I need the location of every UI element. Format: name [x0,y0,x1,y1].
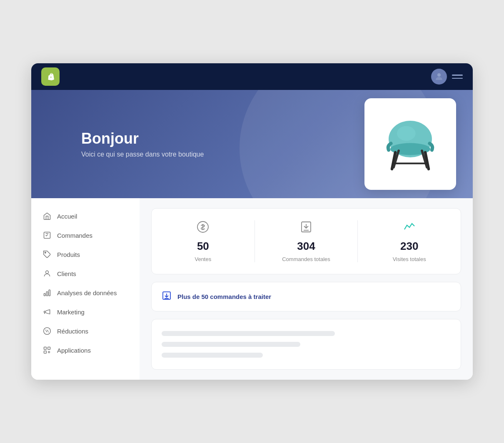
download-icon [299,220,313,236]
sidebar-item-marketing[interactable]: Marketing [31,302,140,321]
sidebar-item-analyses[interactable]: Analyses de données [31,283,140,302]
hero-text: Bonjour Voici ce qui se passe dans votre… [81,130,204,158]
nav-right [431,69,463,85]
skeleton-line-3 [162,353,263,358]
clients-icon [43,269,51,278]
skeleton-card [151,319,461,370]
sidebar-label-commandes: Commandes [57,232,92,239]
product-card [364,98,456,190]
app-wrapper: Bonjour Voici ce qui se passe dans votre… [31,63,473,380]
megaphone-icon [43,308,51,316]
stat-commandes: 304 Commandes totales [255,220,358,262]
analytics-icon [43,289,51,297]
svg-rect-22 [44,351,47,353]
dollar-icon [196,220,210,236]
sidebar-label-analyses: Analyses de données [57,289,117,296]
svg-point-17 [44,311,45,312]
stat-visites: 230 Visites totales [358,220,461,262]
svg-point-0 [437,73,441,77]
stat-value-visites: 230 [400,240,418,253]
shopify-logo [41,67,60,86]
chair-image [377,111,444,177]
stat-label-visites: Visites totales [393,256,426,262]
sidebar-label-reductions: Réductions [57,328,88,335]
alert-text: Plus de 50 commandes à traiter [177,293,271,300]
svg-rect-13 [44,294,45,296]
sidebar-item-clients[interactable]: Clients [31,264,140,283]
stat-ventes: 50 Ventes [152,220,255,262]
stat-value-commandes: 304 [297,240,315,253]
alert-download-icon [162,291,172,303]
sidebar-label-accueil: Accueil [57,213,77,220]
alert-card[interactable]: Plus de 50 commandes à traiter [151,282,461,311]
chart-icon [403,220,416,236]
skeleton-line-2 [162,342,300,347]
dashboard: 50 Ventes 304 Commandes totales [140,198,473,380]
sidebar-item-accueil[interactable]: Accueil [31,207,140,226]
skeleton-line-1 [162,331,335,336]
svg-rect-20 [44,347,47,350]
top-nav [31,63,473,90]
greeting-title: Bonjour [81,130,204,147]
sidebar-label-produits: Produits [57,251,80,258]
stats-card: 50 Ventes 304 Commandes totales [151,208,461,274]
stat-value-ventes: 50 [197,240,209,253]
greeting-subtitle: Voici ce qui se passe dans votre boutiqu… [81,151,204,158]
sidebar-label-marketing: Marketing [57,309,85,316]
sidebar: Accueil Commandes Produits [31,198,140,380]
sidebar-item-reductions[interactable]: Réductions [31,321,140,341]
svg-rect-14 [46,292,47,296]
svg-point-11 [45,252,46,254]
products-icon [43,250,51,259]
apps-icon [43,346,51,354]
stat-label-ventes: Ventes [195,256,211,262]
stat-label-commandes: Commandes totales [282,256,330,262]
orders-icon [43,231,51,239]
hero-banner: Bonjour Voici ce qui se passe dans votre… [31,90,473,198]
sidebar-item-produits[interactable]: Produits [31,245,140,264]
hamburger-menu[interactable] [452,75,463,79]
sidebar-label-applications: Applications [57,347,91,354]
avatar [431,69,447,85]
sidebar-item-applications[interactable]: Applications [31,341,140,360]
svg-point-12 [46,271,49,274]
svg-rect-15 [49,290,50,296]
svg-rect-21 [48,347,50,350]
home-icon [43,212,51,220]
svg-point-3 [397,126,416,141]
sidebar-item-commandes[interactable]: Commandes [31,226,140,245]
main-content: Accueil Commandes Produits [31,198,473,380]
reductions-icon [43,327,51,335]
sidebar-label-clients: Clients [57,270,76,277]
